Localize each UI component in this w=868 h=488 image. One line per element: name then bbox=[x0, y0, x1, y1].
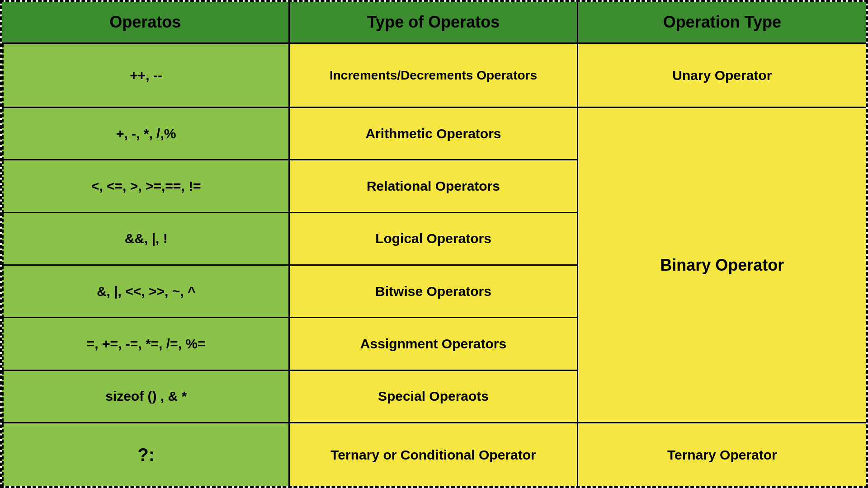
header-operation: Operation Type bbox=[578, 2, 866, 42]
binary-operators-col: +, -, *, /,% <, <=, >, >=,==, != &&, |, … bbox=[2, 108, 290, 422]
ternary-type-cell: Ternary or Conditional Operator bbox=[290, 423, 578, 486]
binary-operation-cell: Binary Operator bbox=[578, 108, 866, 422]
arithmetic-type-cell: Arithmetic Operators bbox=[290, 108, 576, 160]
assignment-type-cell: Assignment Operators bbox=[290, 318, 576, 371]
logical-operator-cell: &&, |, ! bbox=[2, 213, 288, 266]
unary-operator-cell: ++, -- bbox=[2, 44, 290, 107]
table-body: ++, -- Increments/Decrements Operators U… bbox=[2, 44, 866, 486]
assignment-operator-cell: =, +=, -=, *=, /=, %= bbox=[2, 318, 288, 371]
relational-operator-cell: <, <=, >, >=,==, != bbox=[2, 160, 288, 213]
unary-row: ++, -- Increments/Decrements Operators U… bbox=[2, 44, 866, 108]
logical-type-cell: Logical Operators bbox=[290, 213, 576, 266]
unary-operation-cell: Unary Operator bbox=[578, 44, 866, 107]
ternary-operator-cell: ?: bbox=[2, 423, 290, 486]
operators-table: Operatos Type of Operatos Operation Type… bbox=[0, 0, 868, 488]
header-operators: Operatos bbox=[2, 2, 290, 42]
ternary-operation-cell: Ternary Operator bbox=[578, 423, 866, 486]
unary-type-cell: Increments/Decrements Operators bbox=[290, 44, 578, 107]
special-type-cell: Special Operaots bbox=[290, 371, 576, 422]
bitwise-type-cell: Bitwise Operators bbox=[290, 266, 576, 318]
bitwise-operator-cell: &, |, <<, >>, ~, ^ bbox=[2, 266, 288, 318]
arithmetic-operator-cell: +, -, *, /,% bbox=[2, 108, 288, 160]
binary-section: +, -, *, /,% <, <=, >, >=,==, != &&, |, … bbox=[2, 108, 866, 423]
table-header: Operatos Type of Operatos Operation Type bbox=[2, 2, 866, 44]
binary-label: Binary Operator bbox=[660, 256, 784, 275]
header-type: Type of Operatos bbox=[290, 2, 578, 42]
special-operator-cell: sizeof () , & * bbox=[2, 371, 288, 422]
relational-type-cell: Relational Operators bbox=[290, 160, 576, 213]
ternary-row: ?: Ternary or Conditional Operator Terna… bbox=[2, 423, 866, 486]
binary-types-col: Arithmetic Operators Relational Operator… bbox=[290, 108, 578, 422]
